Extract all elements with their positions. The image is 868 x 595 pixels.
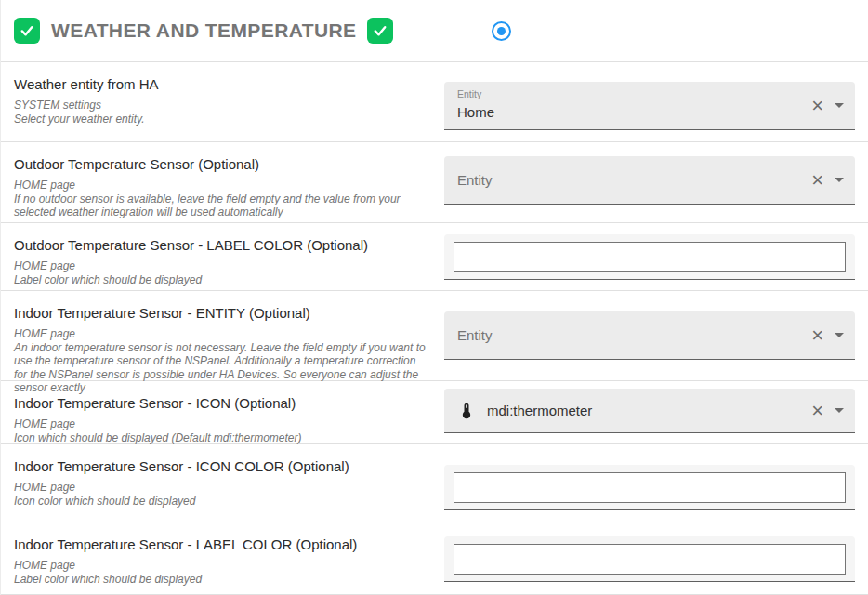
check-icon (19, 22, 35, 39)
select-placeholder: Entity (457, 327, 493, 343)
setting-subtitle: HOME page (14, 559, 430, 573)
clear-icon[interactable]: × (811, 325, 823, 346)
indoor-label-color-fieldwrap (444, 536, 855, 582)
setting-description: Icon which should be displayed (Default … (14, 431, 430, 445)
outdoor-label-color-fieldwrap (444, 234, 855, 280)
outdoor-temp-entity-select[interactable]: Entity × (444, 156, 855, 205)
clear-icon[interactable]: × (811, 170, 823, 191)
setting-description: Select your weather entity. (14, 112, 430, 126)
setting-subtitle: HOME page (14, 259, 430, 273)
setting-subtitle: HOME page (14, 178, 430, 192)
check-icon (372, 22, 388, 39)
setting-title: Indoor Temperature Sensor - ENTITY (Opti… (14, 305, 430, 321)
setting-row-outdoor-temp-entity: Outdoor Temperature Sensor (Optional) HO… (1, 142, 868, 223)
setting-description: If no outdoor sensor is available, leave… (14, 192, 430, 219)
clear-icon[interactable]: × (811, 96, 823, 116)
setting-row-indoor-temp-entity: Indoor Temperature Sensor - ENTITY (Opti… (1, 291, 868, 381)
setting-labels: Indoor Temperature Sensor - ENTITY (Opti… (1, 291, 430, 380)
setting-row-outdoor-label-color: Outdoor Temperature Sensor - LABEL COLOR… (1, 223, 868, 291)
select-value: mdi:thermometer (487, 403, 592, 418)
indoor-icon-color-input[interactable] (454, 472, 846, 503)
section-header: WEATHER AND TEMPERATURE (1, 0, 868, 62)
setting-title: Indoor Temperature Sensor - LABEL COLOR … (14, 536, 430, 552)
select-placeholder: Entity (457, 172, 493, 188)
outdoor-label-color-input[interactable] (454, 242, 846, 272)
select-value: Home (457, 104, 494, 120)
setting-row-indoor-icon: Indoor Temperature Sensor - ICON (Option… (1, 381, 868, 444)
setting-row-indoor-label-color: Indoor Temperature Sensor - LABEL COLOR … (1, 522, 868, 595)
setting-row-weather-entity: Weather entity from HA SYSTEM settings S… (1, 62, 868, 142)
setting-subtitle: HOME page (14, 481, 430, 495)
setting-subtitle: HOME page (14, 327, 430, 341)
chevron-down-icon[interactable] (835, 333, 844, 337)
chevron-down-icon[interactable] (835, 408, 844, 413)
setting-labels: Weather entity from HA SYSTEM settings S… (1, 62, 430, 141)
setting-labels: Outdoor Temperature Sensor (Optional) HO… (1, 142, 430, 222)
setting-labels: Outdoor Temperature Sensor - LABEL COLOR… (1, 223, 430, 290)
select-label: Entity (457, 88, 481, 99)
setting-title: Indoor Temperature Sensor - ICON (Option… (14, 395, 430, 411)
setting-labels: Indoor Temperature Sensor - ICON COLOR (… (1, 444, 430, 522)
clear-icon[interactable]: × (811, 401, 823, 421)
setting-row-indoor-icon-color: Indoor Temperature Sensor - ICON COLOR (… (1, 444, 868, 522)
setting-subtitle: SYSTEM settings (14, 99, 430, 112)
setting-subtitle: HOME page (14, 417, 430, 431)
setting-labels: Indoor Temperature Sensor - ICON (Option… (1, 381, 430, 443)
section-radio-selected[interactable] (492, 21, 511, 41)
setting-title: Weather entity from HA (14, 76, 430, 92)
setting-title: Indoor Temperature Sensor - ICON COLOR (… (14, 458, 430, 474)
indoor-temp-entity-select[interactable]: Entity × (444, 311, 855, 360)
setting-description: Label color which should be displayed (14, 273, 430, 287)
radio-dot-icon (497, 27, 506, 35)
setting-title: Outdoor Temperature Sensor - LABEL COLOR… (14, 237, 430, 253)
section-checkbox-right[interactable] (367, 18, 393, 44)
setting-title: Outdoor Temperature Sensor (Optional) (14, 156, 430, 172)
thermometer-icon (457, 402, 476, 420)
setting-description: Label color which should be displayed (14, 573, 430, 587)
weather-entity-select[interactable]: Entity Home × (444, 82, 855, 130)
section-checkbox-left[interactable] (14, 18, 40, 44)
chevron-down-icon[interactable] (835, 103, 844, 108)
setting-labels: Indoor Temperature Sensor - LABEL COLOR … (1, 522, 430, 594)
chevron-down-icon[interactable] (835, 178, 844, 182)
setting-description: Icon color which should be displayed (14, 495, 430, 509)
page-title: WEATHER AND TEMPERATURE (51, 20, 356, 42)
indoor-icon-color-fieldwrap (444, 465, 855, 510)
indoor-label-color-input[interactable] (454, 544, 846, 575)
indoor-icon-select[interactable]: mdi:thermometer × (444, 389, 855, 433)
